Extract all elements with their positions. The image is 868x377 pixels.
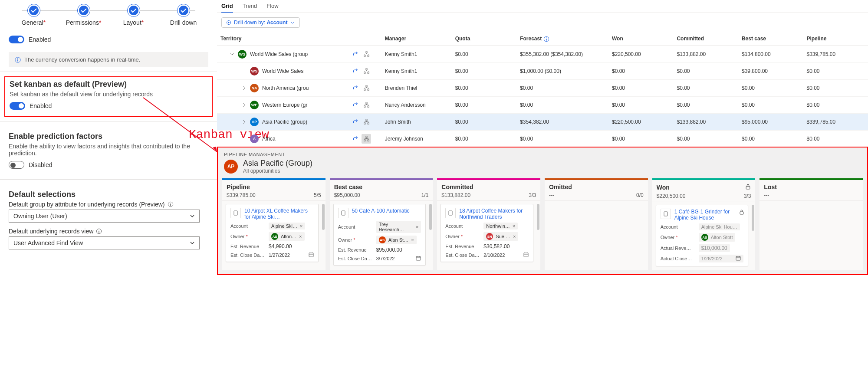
account-chip[interactable]: Trey Research…× <box>376 221 421 233</box>
record-icon <box>445 208 456 218</box>
svg-rect-21 <box>367 72 368 73</box>
record-icon <box>338 208 349 218</box>
open-record-icon[interactable] <box>350 134 360 144</box>
kanban-card[interactable]: 1 Café BG-1 Grinder for Alpine Ski House… <box>656 205 749 266</box>
col-territory[interactable]: Territory <box>217 32 347 46</box>
account-chip: Alpine Ski Hou… <box>699 223 740 230</box>
calendar-icon[interactable] <box>309 252 314 258</box>
info-icon[interactable] <box>96 228 102 234</box>
step-layout[interactable]: Layout* <box>108 4 158 26</box>
kanban-header: PIPELINE MANAGEMENT <box>218 148 867 158</box>
tab-trend[interactable]: Trend <box>243 3 257 13</box>
table-row[interactable]: A Africa Jeremy Johnson$0.00$0.00 $0.00$… <box>217 130 868 147</box>
chevron-down-icon <box>190 213 195 219</box>
hierarchy-icon[interactable] <box>362 49 371 59</box>
kanban-column: Best case $95,000.001/1 50 Café A-100 Au… <box>330 178 433 270</box>
records-view-select[interactable]: User Advanced Find View <box>9 236 200 249</box>
owner-chip[interactable]: ASAlan St…× <box>376 236 417 244</box>
forecast-table: Territory Manager Quota Forecast Won Com… <box>217 32 868 164</box>
step-drilldown[interactable]: Drill down <box>158 4 208 26</box>
remove-chip-icon[interactable]: × <box>513 223 515 229</box>
hierarchy-icon[interactable] <box>362 83 371 93</box>
drill-icon <box>226 20 231 25</box>
hierarchy-icon[interactable] <box>362 66 371 76</box>
svg-rect-43 <box>746 186 750 189</box>
kanban-column: Won $220,500.003/3 1 Café BG-1 Grinder f… <box>652 178 756 270</box>
table-row[interactable]: WS World Wide Sales Kenny Smith1$0.00$1,… <box>217 62 868 79</box>
kanban-card[interactable]: 18 Airpot Coffee Makers for Northwind Tr… <box>441 204 533 262</box>
svg-rect-7 <box>99 231 99 233</box>
group-by-select[interactable]: Owning User (User) <box>9 210 200 223</box>
currency-toggle[interactable] <box>9 36 24 43</box>
scrollbar[interactable] <box>429 204 432 230</box>
prediction-toggle[interactable] <box>9 161 24 169</box>
prediction-subtitle: Enable the ability to view factors and i… <box>9 143 208 157</box>
open-record-icon[interactable] <box>350 117 360 127</box>
chevron-down-icon <box>290 20 295 25</box>
table-row[interactable]: AP Asia Pacific (group) John Smith$0.00$… <box>217 113 868 130</box>
hierarchy-icon[interactable] <box>362 134 371 144</box>
open-record-icon[interactable] <box>350 66 360 76</box>
calendar-icon[interactable] <box>416 256 421 262</box>
scrollbar[interactable] <box>537 204 539 230</box>
owner-chip: ASAlton Stott <box>699 233 736 242</box>
svg-rect-8 <box>99 230 99 230</box>
step-permissions[interactable]: Permissions* <box>59 4 108 26</box>
calendar-icon[interactable] <box>523 252 529 258</box>
remove-chip-icon[interactable]: × <box>300 223 302 229</box>
settings-pane: General* Permissions* Layout* Drill down… <box>0 0 217 257</box>
remove-chip-icon[interactable]: × <box>411 237 414 243</box>
kanban-card[interactable]: 50 Café A-100 Automatic AccountTrey Rese… <box>333 204 426 266</box>
owner-chip[interactable]: SNSue …× <box>483 232 518 241</box>
account-chip[interactable]: Alpine Ski…× <box>269 223 305 229</box>
tab-flow[interactable]: Flow <box>266 3 278 13</box>
table-row[interactable]: WS World Wide Sales (group Kenny Smith1$… <box>217 46 868 62</box>
tab-grid[interactable]: Grid <box>221 3 233 13</box>
svg-rect-25 <box>365 102 367 104</box>
scrollbar[interactable] <box>752 205 754 231</box>
col-pipeline[interactable]: Pipeline <box>803 32 868 46</box>
svg-point-12 <box>228 22 230 23</box>
records-view-label: Default underlying records view <box>9 228 208 235</box>
calendar-icon <box>736 256 741 262</box>
open-record-icon[interactable] <box>350 49 360 59</box>
owner-chip[interactable]: ASAlton…× <box>269 232 305 241</box>
open-record-icon[interactable] <box>350 100 360 110</box>
col-forecast[interactable]: Forecast <box>516 32 608 46</box>
step-general[interactable]: General* <box>9 4 59 26</box>
scrollbar[interactable] <box>322 204 325 230</box>
open-record-icon[interactable] <box>350 83 360 93</box>
account-chip[interactable]: Northwin…× <box>483 223 518 229</box>
svg-rect-30 <box>367 123 368 124</box>
kanban-toggle[interactable] <box>10 102 25 110</box>
col-committed[interactable]: Committed <box>673 32 738 46</box>
remove-chip-icon[interactable]: × <box>299 234 302 239</box>
svg-rect-1 <box>17 59 18 61</box>
col-quota[interactable]: Quota <box>452 32 517 46</box>
kanban-toggle-label: Enabled <box>30 102 52 109</box>
col-won[interactable]: Won <box>608 32 674 46</box>
drill-down-pill[interactable]: Drill down by: Account <box>221 17 300 28</box>
kanban-column: Omitted ---0/0 <box>545 178 648 270</box>
svg-rect-15 <box>546 37 547 38</box>
remove-chip-icon[interactable]: × <box>416 224 418 229</box>
col-manager[interactable]: Manager <box>381 32 452 46</box>
info-icon[interactable] <box>168 201 174 207</box>
hierarchy-icon[interactable] <box>362 117 371 127</box>
hierarchy-icon[interactable] <box>362 100 371 110</box>
kanban-avatar: AP <box>224 160 238 174</box>
remove-chip-icon[interactable]: × <box>513 234 516 239</box>
group-by-label: Default group by attribute for underlyin… <box>9 201 208 208</box>
table-row[interactable]: NA North America (grou Brenden Thiel$0.0… <box>217 79 868 96</box>
svg-rect-39 <box>342 211 345 215</box>
stepper: General* Permissions* Layout* Drill down <box>0 0 217 26</box>
svg-rect-33 <box>367 140 368 141</box>
table-row[interactable]: WE Western Europe (gr Nancy Andersson$0.… <box>217 96 868 113</box>
svg-rect-27 <box>367 106 368 107</box>
kanban-card[interactable]: 10 Airpot XL Coffee Makers for Alpine Sk… <box>226 204 319 262</box>
svg-rect-20 <box>364 72 365 73</box>
col-bestcase[interactable]: Best case <box>738 32 803 46</box>
kanban-title: Asia Pacific (Group) <box>243 159 312 168</box>
svg-rect-37 <box>234 211 237 215</box>
kanban-default-section: Set kanban as default (Preview) Set kanb… <box>4 76 213 117</box>
